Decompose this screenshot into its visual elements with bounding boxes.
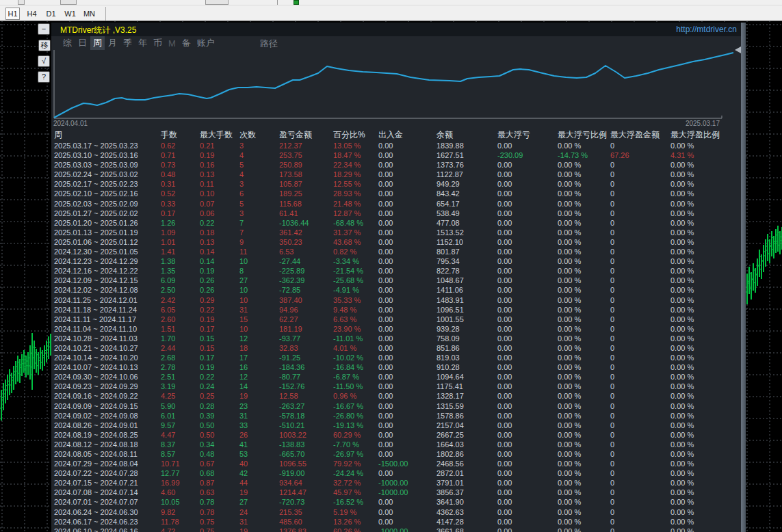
cell-col1: 1.70 [161, 334, 175, 343]
cell-col9: 0.00 % [558, 218, 581, 228]
table-row[interactable]: 2024.12.09 ~ 2024.12.156.090.2627-362.39… [51, 276, 741, 285]
table-row[interactable]: 2025.02.17 ~ 2025.02.230.310.113105.8712… [51, 179, 741, 189]
table-row[interactable]: 2024.09.16 ~ 2024.09.224.250.251912.580.… [51, 391, 741, 401]
table-row[interactable]: 2024.07.29 ~ 2024.08.0410.710.67401096.5… [51, 459, 741, 468]
cell-col3: 16 [239, 362, 248, 372]
table-row[interactable]: 2024.09.30 ~ 2024.10.062.510.2212-80.77-… [51, 372, 741, 382]
cell-col9: 0.00 % [558, 228, 581, 237]
menu-item-0[interactable]: 综 [60, 36, 75, 50]
menu-item-5[interactable]: 年 [135, 36, 150, 50]
table-row[interactable]: 2024.10.14 ~ 2024.10.202.680.1717-91.25-… [51, 353, 741, 362]
menu-item-3[interactable]: 月 [105, 36, 120, 50]
menu-item-2[interactable]: 周 [90, 36, 105, 50]
table-row[interactable]: 2024.06.17 ~ 2024.06.2311.780.7531485.60… [51, 517, 741, 527]
table-row[interactable]: 2025.03.10 ~ 2025.03.160.710.194253.7518… [51, 150, 741, 160]
table-row[interactable]: 2024.07.22 ~ 2024.07.2812.770.6842-919.0… [51, 468, 741, 478]
cell-col9: 0.00 % [558, 488, 581, 497]
table-row[interactable]: 2024.09.02 ~ 2024.09.086.010.3931-578.18… [51, 411, 741, 421]
table-row[interactable]: 2024.12.02 ~ 2024.12.082.500.2610-72.85-… [51, 285, 741, 295]
table-row[interactable]: 2024.06.24 ~ 2024.06.309.820.7824215.355… [51, 507, 741, 517]
cell-col3: 4 [239, 170, 244, 179]
table-row[interactable]: 2025.01.27 ~ 2025.02.020.170.06361.4112.… [51, 209, 741, 218]
panel-help-button[interactable]: ? [38, 71, 50, 83]
menu-item-path[interactable]: 路径 [260, 38, 278, 50]
cell-col4: 250.89 [279, 160, 302, 170]
table-row[interactable]: 2024.08.19 ~ 2024.08.254.470.50261003.22… [51, 430, 741, 440]
cell-col4: 181.19 [279, 324, 302, 334]
menu-item-8[interactable]: 备 [179, 36, 194, 50]
mtdriver-link[interactable]: http://mtdriver.cn [676, 25, 737, 34]
panel-title: MTDriver统计 ,V3.25 [60, 25, 136, 36]
cell-col3: 31 [239, 517, 248, 527]
menu-item-1[interactable]: 日 [75, 36, 90, 50]
table-row[interactable]: 2024.10.07 ~ 2024.10.132.780.1916-184.36… [51, 362, 741, 372]
table-row[interactable]: 2025.01.20 ~ 2025.01.261.260.227-1036.44… [51, 218, 741, 228]
cell-col10: 0 [610, 141, 614, 150]
table-row[interactable]: 2024.09.09 ~ 2024.09.155.900.2823-263.27… [51, 401, 741, 411]
table-row[interactable]: 2024.08.05 ~ 2024.08.118.570.4853-665.70… [51, 449, 741, 459]
cell-col7: 910.28 [436, 362, 460, 372]
cell-col0: 2024.11.04 ~ 2024.11.10 [54, 324, 137, 334]
table-row[interactable]: 2024.06.10 ~ 2024.06.164.720.75191376.83… [51, 527, 741, 532]
cell-col4: 62.27 [279, 315, 298, 324]
table-row[interactable]: 2024.09.23 ~ 2024.09.293.190.2414-152.76… [51, 382, 741, 391]
menu-item-4[interactable]: 季 [120, 36, 135, 50]
table-row[interactable]: 2024.11.11 ~ 2024.11.172.600.191562.276.… [51, 315, 741, 324]
table-row[interactable]: 2024.11.04 ~ 2024.11.101.510.1710181.192… [51, 324, 741, 334]
stats-table-header: 周手数最大手数次数盈亏金额百分比%出入金余额最大浮亏最大浮亏比例最大浮盈金额最大… [51, 130, 741, 141]
panel-move-button[interactable]: 移 [38, 40, 51, 51]
cell-col0: 2024.11.11 ~ 2024.11.17 [54, 315, 136, 324]
table-row[interactable]: 2024.08.26 ~ 2024.09.019.570.5033-510.21… [51, 421, 741, 430]
timeframe-button-h4[interactable]: H4 [25, 8, 39, 20]
column-header-0: 周 [54, 130, 62, 140]
cell-col10: 0 [610, 256, 614, 266]
table-row[interactable]: 2025.01.06 ~ 2025.01.121.010.139350.2343… [51, 237, 741, 247]
cell-col7: 1411.06 [436, 285, 463, 295]
cell-col6: 0.00 [378, 295, 393, 305]
cell-col6: 0.00 [378, 305, 393, 315]
cell-col2: 0.15 [200, 343, 214, 353]
table-row[interactable]: 2025.03.17 ~ 2025.03.230.620.213212.3713… [51, 141, 741, 150]
table-row[interactable]: 2024.11.18 ~ 2024.11.246.050.223194.969.… [51, 305, 741, 315]
cell-col6: 0.00 [378, 401, 393, 411]
table-row[interactable]: 2024.07.01 ~ 2024.07.0710.050.7827-720.7… [51, 497, 741, 507]
cell-col3: 15 [239, 315, 248, 324]
toolbar-fragment [18, 0, 25, 5]
cell-col9: 0.00 % [558, 411, 581, 421]
table-row[interactable]: 2024.07.08 ~ 2024.07.144.600.63191214.47… [51, 488, 741, 497]
table-row[interactable]: 2024.10.28 ~ 2024.11.031.700.1512-93.77-… [51, 334, 741, 343]
table-row[interactable]: 2024.12.16 ~ 2024.12.221.350.198-225.89-… [51, 266, 741, 276]
cell-col11: 0.00 % [670, 179, 694, 189]
table-row[interactable]: 2024.12.23 ~ 2024.12.291.380.1410-27.44-… [51, 256, 741, 266]
panel-confirm-button[interactable]: √ [38, 55, 50, 67]
table-row[interactable]: 2025.01.13 ~ 2025.01.191.090.187361.4231… [51, 228, 741, 237]
menu-item-6[interactable]: 币 [151, 36, 165, 50]
timeframe-button-d1[interactable]: D1 [44, 8, 58, 20]
table-row[interactable]: 2024.07.15 ~ 2024.07.2116.990.8744934.64… [51, 478, 741, 488]
table-row[interactable]: 2024.10.21 ~ 2024.10.272.440.151832.834.… [51, 343, 741, 353]
table-row[interactable]: 2024.11.25 ~ 2024.12.012.420.2910387.403… [51, 295, 741, 305]
timeframe-button-h1[interactable]: H1 [5, 8, 20, 20]
cell-col0: 2025.03.17 ~ 2025.03.23 [54, 141, 138, 150]
table-row[interactable]: 2025.02.10 ~ 2025.02.160.520.106189.2528… [51, 189, 741, 198]
cell-col7: 1627.51 [436, 150, 464, 160]
menu-item-9[interactable]: 账户 [194, 36, 218, 50]
cell-col3: 44 [239, 478, 248, 488]
cell-col8: 0.00 [497, 449, 512, 459]
table-row[interactable]: 2024.12.30 ~ 2025.01.051.410.14116.530.8… [51, 247, 741, 256]
cell-col5: 43.68 % [333, 237, 361, 247]
timeframe-button-mn[interactable]: MN [82, 8, 96, 20]
table-row[interactable]: 2025.02.03 ~ 2025.02.090.330.075115.6821… [51, 199, 741, 209]
cell-col4: -919.00 [279, 468, 304, 478]
cell-col11: 0.00 % [670, 237, 694, 247]
table-row[interactable]: 2025.02.24 ~ 2025.03.020.480.134173.5818… [51, 170, 741, 179]
table-row[interactable]: 2025.03.03 ~ 2025.03.090.730.165250.8922… [51, 160, 741, 170]
table-row[interactable]: 2024.08.12 ~ 2024.08.188.370.3441-138.83… [51, 440, 741, 449]
cell-col2: 0.22 [200, 218, 214, 228]
menu-item-7[interactable]: M [166, 38, 179, 49]
cell-col10: 0 [610, 497, 614, 507]
timeframe-button-w1[interactable]: W1 [63, 8, 77, 20]
panel-minimize-button[interactable]: − [38, 23, 50, 35]
cell-col4: -665.70 [279, 449, 304, 459]
cell-col9: 0.00 % [558, 382, 581, 391]
